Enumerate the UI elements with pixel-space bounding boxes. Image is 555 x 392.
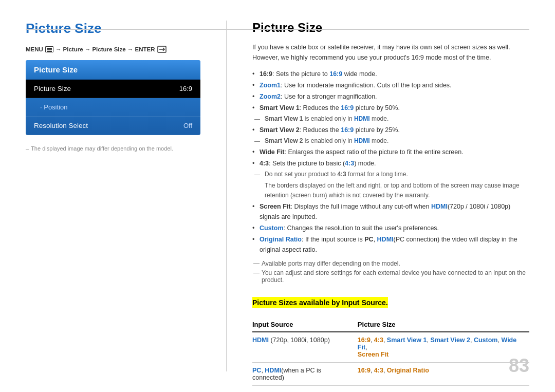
- table-cell-sizes-pc: 16:9, 4:3, Original Ratio: [358, 362, 529, 385]
- menu-icon: [45, 46, 53, 52]
- note-sv2: Smart View 2 is enabled only in HDMI mod…: [252, 136, 529, 146]
- menu-widget-header: Picture Size: [26, 60, 200, 80]
- bullet-zoom1: Zoom1: Use for moderate magnification. C…: [252, 80, 529, 90]
- note-43-detail: The borders displayed on the left and ri…: [252, 181, 529, 200]
- menu-item-label: Picture Size: [34, 85, 71, 92]
- menu-item-value: Off: [183, 122, 192, 129]
- table-row: HDMI (720p, 1080i, 1080p) 16:9, 4:3, Sma…: [252, 332, 529, 363]
- note-sv1: Smart View 1 is enabled only in HDMI mod…: [252, 114, 529, 124]
- bullet-sv2: Smart View 2: Reduces the 16:9 picture b…: [252, 125, 529, 135]
- table-row: PC, HDMI(when a PC is connected) 16:9, 4…: [252, 362, 529, 385]
- table-cell-source-hdmi: HDMI (720p, 1080i, 1080p): [252, 332, 358, 363]
- input-table: Input Source Picture Size HDMI (720p, 10…: [252, 318, 529, 386]
- bullet-169: 16:9: Sets the picture to 16:9 wide mode…: [252, 69, 529, 79]
- intro-text: If you have a cable box or satellite rec…: [252, 42, 529, 63]
- enter-icon: [157, 46, 166, 53]
- vertical-divider: [226, 21, 227, 371]
- table-header-source: Input Source: [252, 318, 358, 332]
- menu-item-position[interactable]: · Position: [26, 98, 200, 117]
- highlight-text: Picture Sizes available by Input Source.: [252, 297, 388, 308]
- note-settings: You can adjust and store settings for ea…: [252, 269, 529, 284]
- highlight-heading: Picture Sizes available by Input Source.: [252, 290, 529, 313]
- bullet-screenfit: Screen Fit: Displays the full image with…: [252, 201, 529, 222]
- menu-path-text: → Picture → Picture Size → ENTER: [55, 46, 155, 52]
- menu-label: MENU: [26, 46, 43, 52]
- bullet-widefit: Wide Fit: Enlarges the aspect ratio of t…: [252, 147, 529, 157]
- note-ports: Available ports may differ depending on …: [252, 260, 529, 267]
- disclaimer: The displayed image may differ depending…: [26, 145, 200, 152]
- right-column: Picture Size If you have a cable box or …: [252, 21, 529, 371]
- table-cell-sizes-hdmi: 16:9, 4:3, Smart View 1, Smart View 2, C…: [358, 332, 529, 363]
- table-header-size: Picture Size: [358, 318, 529, 332]
- bullet-list: 16:9: Sets the picture to 16:9 wide mode…: [252, 69, 529, 255]
- right-title: Picture Size: [252, 21, 529, 35]
- menu-item-value: 16:9: [179, 85, 192, 92]
- menu-widget: Picture Size Picture Size 16:9 · Positio…: [26, 60, 200, 135]
- menu-item-resolution-select[interactable]: Resolution Select Off: [26, 117, 200, 135]
- bullet-custom: Custom: Changes the resolution to suit t…: [252, 223, 529, 233]
- note-43-warning: Do not set your product to 4:3 format fo…: [252, 170, 529, 179]
- menu-item-label: Resolution Select: [34, 122, 88, 129]
- left-column: Picture Size MENU → Picture → Picture Si…: [26, 21, 200, 371]
- top-divider: [26, 29, 529, 30]
- bullet-original-ratio: Original Ratio: If the input source is P…: [252, 234, 529, 255]
- bullet-43: 4:3: Sets the picture to basic (4:3) mod…: [252, 158, 529, 169]
- page-number: 83: [509, 355, 529, 377]
- menu-item-picture-size[interactable]: Picture Size 16:9: [26, 80, 200, 98]
- menu-path: MENU → Picture → Picture Size → ENTER: [26, 46, 200, 53]
- menu-item-label: · Position: [40, 103, 67, 111]
- bullet-sv1: Smart View 1: Reduces the 16:9 picture b…: [252, 103, 529, 113]
- bullet-zoom2: Zoom2: Use for a stronger magnification.: [252, 91, 529, 102]
- table-cell-source-pc: PC, HDMI(when a PC is connected): [252, 362, 358, 385]
